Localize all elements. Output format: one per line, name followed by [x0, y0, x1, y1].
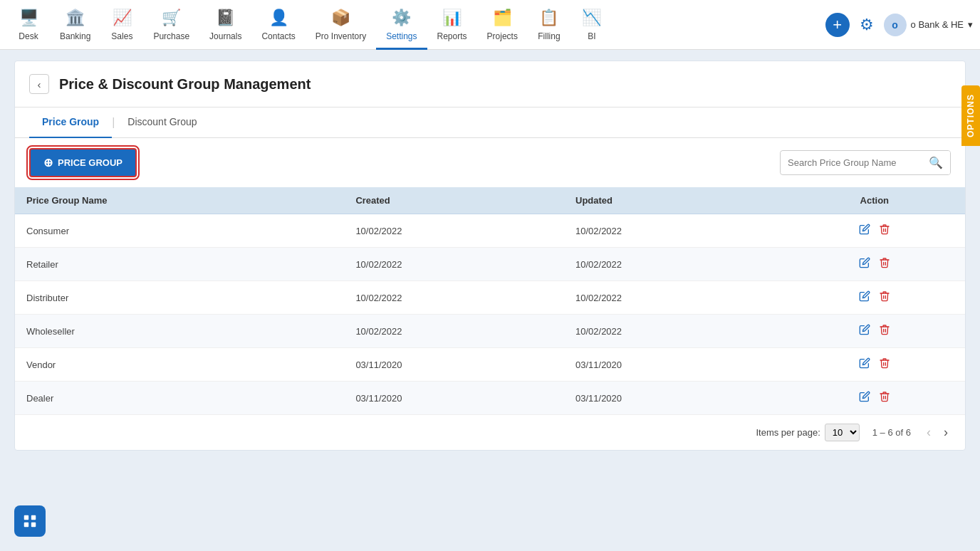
background-footer: [0, 461, 980, 551]
table-row: Dealer 03/11/2020 03/11/2020: [15, 382, 965, 415]
nav-icon-filling: 📋: [538, 6, 561, 29]
table-row: Consumer 10/02/2022 10/02/2022: [15, 214, 965, 248]
nav-icon-desk: 🖥️: [17, 6, 40, 29]
delete-button[interactable]: [877, 256, 892, 273]
nav-item-desk[interactable]: 🖥️Desk: [7, 0, 50, 50]
delete-button[interactable]: [877, 389, 892, 406]
edit-button[interactable]: [858, 356, 872, 373]
cell-updated: 10/02/2022: [564, 214, 784, 248]
per-page-select[interactable]: 10 25 50: [825, 424, 860, 441]
nav-item-purchase[interactable]: 🛒Purchase: [143, 0, 199, 50]
nav-item-settings[interactable]: ⚙️Settings: [376, 0, 427, 50]
cell-created: 03/11/2020: [344, 382, 564, 415]
nav-items: 🖥️Desk🏛️Banking📈Sales🛒Purchase📓Journals👤…: [7, 0, 825, 50]
nav-icon-purchase: 🛒: [160, 6, 183, 29]
back-icon: ‹: [38, 78, 41, 90]
settings-icon[interactable]: ⚙: [860, 16, 874, 34]
action-buttons: [796, 356, 954, 373]
nav-item-filling[interactable]: 📋Filling: [528, 0, 570, 50]
cell-name: Wholeseller: [15, 315, 344, 348]
nav-label-purchase: Purchase: [153, 31, 189, 41]
action-buttons: [796, 222, 954, 239]
edit-button[interactable]: [858, 256, 872, 273]
add-price-group-button[interactable]: ⊕ PRICE GROUP: [29, 148, 137, 177]
search-button[interactable]: 🔍: [922, 151, 950, 174]
nav-item-banking[interactable]: 🏛️Banking: [50, 0, 100, 50]
edit-button[interactable]: [858, 322, 872, 340]
next-page-button[interactable]: ›: [941, 425, 951, 440]
nav-item-pro-inventory[interactable]: 📦Pro Inventory: [306, 0, 376, 50]
back-button[interactable]: ‹: [29, 74, 49, 94]
nav-label-reports: Reports: [437, 31, 467, 41]
cell-action: [784, 348, 965, 382]
nav-icon-sales: 📈: [110, 6, 133, 29]
cell-updated: 03/11/2020: [564, 382, 784, 415]
add-icon: ⊕: [43, 156, 53, 169]
grid-icon: [22, 513, 38, 529]
add-new-button[interactable]: +: [825, 13, 850, 37]
table-header: Price Group Name Created Updated Action: [15, 187, 965, 214]
table-row: Vendor 03/11/2020 03/11/2020: [15, 348, 965, 382]
nav-right: + ⚙ o o Bank & HE ▾: [825, 13, 973, 37]
nav-label-filling: Filling: [538, 31, 560, 41]
tab-bar: Price Group | Discount Group: [15, 107, 965, 138]
nav-label-banking: Banking: [60, 31, 90, 41]
nav-label-projects: Projects: [487, 31, 518, 41]
nav-item-contacts[interactable]: 👤Contacts: [251, 0, 305, 50]
tab-price-group[interactable]: Price Group: [29, 107, 112, 138]
nav-item-journals[interactable]: 📓Journals: [199, 0, 251, 50]
nav-icon-projects: 🗂️: [491, 6, 514, 29]
table-row: Wholeseller 10/02/2022 10/02/2022: [15, 315, 965, 348]
col-created: Created: [344, 187, 564, 214]
price-group-table: Price Group Name Created Updated Action …: [15, 187, 965, 415]
action-buttons: [796, 389, 954, 406]
nav-item-projects[interactable]: 🗂️Projects: [477, 0, 528, 50]
cell-action: [784, 248, 965, 281]
nav-item-reports[interactable]: 📊Reports: [427, 0, 477, 50]
delete-button[interactable]: [877, 356, 892, 373]
nav-label-sales: Sales: [111, 31, 132, 41]
table-row: Distributer 10/02/2022 10/02/2022: [15, 281, 965, 315]
cell-created: 10/02/2022: [344, 315, 564, 348]
cell-updated: 10/02/2022: [564, 281, 784, 315]
edit-button[interactable]: [858, 389, 872, 406]
nav-label-journals: Journals: [209, 31, 241, 41]
items-per-page: Items per page: 10 25 50: [756, 424, 859, 441]
search-input[interactable]: [781, 152, 922, 173]
pagination-bar: Items per page: 10 25 50 1 – 6 of 6 ‹ ›: [15, 415, 965, 450]
nav-label-settings: Settings: [386, 31, 417, 41]
nav-icon-pro-inventory: 📦: [329, 6, 352, 29]
main-content: ‹ Price & Discount Group Management Pric…: [14, 61, 966, 451]
nav-label-pro-inventory: Pro Inventory: [316, 31, 366, 41]
nav-label-desk: Desk: [19, 31, 38, 41]
cell-name: Consumer: [15, 214, 344, 248]
edit-button[interactable]: [858, 222, 872, 239]
nav-item-sales[interactable]: 📈Sales: [100, 0, 143, 50]
nav-icon-banking: 🏛️: [64, 6, 87, 29]
cell-name: Distributer: [15, 281, 344, 315]
prev-page-button[interactable]: ‹: [924, 425, 934, 440]
tab-discount-group[interactable]: Discount Group: [115, 107, 209, 138]
user-dropdown-icon[interactable]: ▾: [968, 19, 973, 30]
nav-icon-journals: 📓: [214, 6, 237, 29]
page-info: 1 – 6 of 6: [872, 427, 911, 438]
delete-button[interactable]: [877, 289, 892, 306]
nav-icon-contacts: 👤: [267, 6, 290, 29]
options-tab[interactable]: OPTIONS: [961, 85, 980, 146]
cell-created: 10/02/2022: [344, 214, 564, 248]
nav-icon-bi: 📉: [580, 6, 603, 29]
cell-created: 03/11/2020: [344, 348, 564, 382]
user-area[interactable]: o o Bank & HE ▾: [884, 14, 973, 36]
edit-button[interactable]: [858, 289, 872, 306]
col-name: Price Group Name: [15, 187, 344, 214]
delete-button[interactable]: [877, 222, 892, 239]
cell-updated: 03/11/2020: [564, 348, 784, 382]
delete-button[interactable]: [877, 322, 892, 340]
page-title: Price & Discount Group Management: [59, 76, 311, 93]
col-updated: Updated: [564, 187, 784, 214]
nav-item-bi[interactable]: 📉BI: [570, 0, 613, 50]
grid-button[interactable]: [14, 505, 46, 537]
cell-updated: 10/02/2022: [564, 248, 784, 281]
svg-rect-0: [24, 515, 28, 520]
search-box: 🔍: [780, 150, 951, 175]
